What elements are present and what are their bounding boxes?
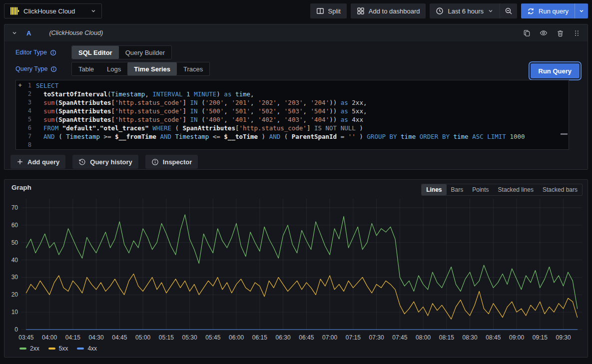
inspector-label: Inspector bbox=[163, 158, 192, 166]
sync-icon bbox=[527, 7, 535, 15]
x-tick-label: 04:15 bbox=[65, 334, 80, 341]
chevron-down-icon bbox=[488, 8, 494, 14]
run-query-inline-button[interactable]: Run Query bbox=[531, 63, 580, 78]
x-tick-label: 09:00 bbox=[509, 334, 524, 341]
split-icon bbox=[316, 7, 324, 15]
x-tick-label: 08:15 bbox=[439, 334, 454, 341]
graph-style-option-stacked-bars[interactable]: Stacked bars bbox=[538, 184, 582, 195]
y-tick-label: 70 bbox=[11, 204, 18, 211]
sql-code-editor[interactable]: +1SELECT2 toStartOfInterval(Timestamp, I… bbox=[15, 80, 569, 150]
graph-style-option-lines[interactable]: Lines bbox=[422, 184, 446, 195]
x-tick-label: 04:00 bbox=[42, 334, 57, 341]
graph-style-option-stacked-lines[interactable]: Stacked lines bbox=[494, 184, 538, 195]
query-type-option-logs[interactable]: Logs bbox=[100, 62, 127, 75]
add-query-button[interactable]: Add query bbox=[10, 155, 65, 169]
sql-line: 6 FROM "default"."otel_traces" WHERE ( S… bbox=[16, 124, 569, 132]
add-to-dashboard-button[interactable]: Add to dashboard bbox=[351, 3, 426, 18]
sql-line: +1SELECT bbox=[16, 81, 569, 90]
history-icon bbox=[78, 158, 86, 166]
sql-line: 2 toStartOfInterval(Timestamp, INTERVAL … bbox=[16, 90, 569, 98]
info-circle-icon bbox=[50, 66, 57, 72]
query-type-option-table[interactable]: Table bbox=[72, 62, 100, 75]
time-range-label: Last 6 hours bbox=[448, 7, 484, 15]
legend-item-4xx[interactable]: 4xx bbox=[77, 345, 97, 352]
drag-handle-icon[interactable] bbox=[573, 29, 581, 37]
time-series-chart[interactable]: 01020304050607003:4504:0004:1504:3004:45… bbox=[6, 195, 586, 344]
editor-scrollbar-thumb[interactable] bbox=[561, 133, 568, 135]
sql-line: 3 sum(SpanAttributes['http.status_code']… bbox=[16, 98, 569, 107]
editor-type-label: Editor Type bbox=[15, 49, 71, 56]
collapse-chevron-icon[interactable] bbox=[11, 30, 17, 36]
x-tick-label: 08:00 bbox=[416, 334, 431, 341]
sql-code-text: FROM "default"."otel_traces" WHERE ( Spa… bbox=[36, 124, 363, 132]
add-line-plus-icon[interactable]: + bbox=[16, 81, 24, 90]
time-range-button[interactable]: Last 6 hours bbox=[430, 3, 500, 18]
graph-style-option-points[interactable]: Points bbox=[468, 184, 493, 195]
x-tick-label: 05:15 bbox=[159, 334, 174, 341]
line-number: +1 bbox=[16, 81, 36, 90]
run-query-button[interactable]: Run query bbox=[521, 3, 575, 18]
editor-type-option-sql-editor[interactable]: SQL Editor bbox=[72, 46, 119, 59]
legend-label: 2xx bbox=[30, 345, 39, 352]
x-tick-label: 07:30 bbox=[369, 334, 384, 341]
editor-type-option-query-builder[interactable]: Query Builder bbox=[119, 46, 171, 59]
legend-swatch bbox=[19, 348, 26, 350]
run-query-inline-label: Run Query bbox=[539, 67, 572, 75]
graph-style-toggle: LinesBarsPointsStacked linesStacked bars bbox=[421, 184, 583, 196]
x-tick-label: 06:45 bbox=[299, 334, 314, 341]
clock-icon bbox=[436, 7, 444, 15]
sql-code-text: AND ( Timestamp >= $__fromTime AND Times… bbox=[36, 132, 525, 141]
datasource-picker[interactable]: ClickHouse Cloud bbox=[4, 3, 102, 18]
line-number: 4 bbox=[16, 107, 36, 115]
info-circle-icon bbox=[50, 49, 56, 56]
query-type-option-time-series[interactable]: Time Series bbox=[127, 62, 177, 75]
remove-query-trash-icon[interactable] bbox=[557, 29, 564, 37]
explore-toolbar: ClickHouse Cloud Split Add to dashboard … bbox=[0, 0, 592, 22]
x-tick-label: 04:45 bbox=[112, 334, 127, 341]
sql-line: 8 bbox=[16, 141, 569, 149]
run-query-label: Run query bbox=[539, 7, 569, 15]
y-tick-label: 30 bbox=[11, 274, 18, 281]
legend-swatch bbox=[77, 348, 84, 350]
line-number: 8 bbox=[16, 141, 36, 149]
plus-icon bbox=[16, 158, 23, 165]
query-type-option-traces[interactable]: Traces bbox=[177, 62, 209, 75]
x-tick-label: 08:30 bbox=[463, 334, 478, 341]
query-editor-panel: A (ClickHouse Cloud) Editor Type SQL Edi… bbox=[4, 24, 588, 170]
legend-swatch bbox=[48, 348, 55, 350]
chevron-down-icon bbox=[579, 8, 585, 14]
query-type-label: Query Type bbox=[15, 65, 71, 72]
x-tick-label: 04:30 bbox=[89, 334, 104, 341]
legend-item-2xx[interactable]: 2xx bbox=[19, 345, 39, 352]
zoom-out-time-button[interactable] bbox=[500, 3, 517, 18]
legend-item-5xx[interactable]: 5xx bbox=[48, 345, 68, 352]
query-row-header[interactable]: A (ClickHouse Cloud) bbox=[4, 24, 588, 41]
datasource-label: ClickHouse Cloud bbox=[23, 7, 86, 15]
x-tick-label: 03:45 bbox=[18, 334, 33, 341]
split-button[interactable]: Split bbox=[310, 3, 347, 18]
hide-response-eye-icon[interactable] bbox=[540, 29, 548, 37]
apps-icon bbox=[357, 7, 365, 15]
editor-type-row: Editor Type SQL EditorQuery Builder bbox=[15, 45, 569, 59]
editor-type-label-text: Editor Type bbox=[15, 49, 47, 56]
query-history-label: Query history bbox=[90, 158, 132, 166]
inspector-button[interactable]: Inspector bbox=[145, 155, 198, 169]
x-tick-label: 08:45 bbox=[486, 334, 501, 341]
duplicate-query-icon[interactable] bbox=[523, 29, 531, 37]
query-datasource-name: (ClickHouse Cloud) bbox=[49, 29, 103, 36]
x-tick-label: 09:15 bbox=[533, 334, 548, 341]
sql-code-text: sum(SpanAttributes['http.status_code'] I… bbox=[36, 107, 367, 115]
x-tick-label: 06:00 bbox=[229, 334, 244, 341]
sql-code-text: toStartOfInterval(Timestamp, INTERVAL 1 … bbox=[36, 90, 254, 98]
sql-line: 7 AND ( Timestamp >= $__fromTime AND Tim… bbox=[16, 132, 569, 141]
grafana-explore-page: { "topbar": { "datasource": { "label": "… bbox=[0, 0, 592, 364]
graph-style-option-bars[interactable]: Bars bbox=[447, 184, 468, 195]
x-tick-label: 09:30 bbox=[556, 334, 571, 341]
graph-panel: Graph LinesBarsPointsStacked linesStacke… bbox=[4, 179, 588, 358]
y-tick-label: 10 bbox=[11, 309, 18, 316]
run-query-dropdown[interactable] bbox=[575, 3, 588, 18]
add-query-label: Add query bbox=[27, 158, 59, 166]
sql-code-text: sum(SpanAttributes['http.status_code'] I… bbox=[36, 115, 363, 124]
sql-line: 4 sum(SpanAttributes['http.status_code']… bbox=[16, 107, 569, 115]
query-history-button[interactable]: Query history bbox=[72, 155, 138, 169]
